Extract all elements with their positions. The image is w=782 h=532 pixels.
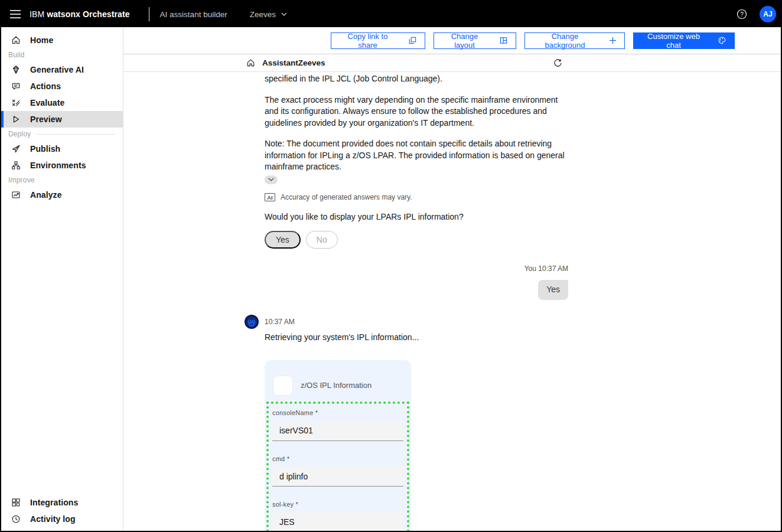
brand-prefix: IBM: [30, 9, 44, 19]
field-label: consoleName *: [272, 407, 403, 419]
main-content: Copy link to share Change layout Change …: [123, 27, 781, 531]
palette-icon: [718, 36, 726, 45]
top-header-bar: IBM watsonx Orchestrate AI assistant bui…: [1, 1, 781, 27]
quick-reply-yes-button[interactable]: Yes: [265, 231, 301, 249]
consolename-input[interactable]: [272, 421, 403, 441]
section-label: Improve: [8, 176, 35, 184]
section-divider: [37, 134, 115, 135]
user-message-bubble: Yes: [538, 280, 568, 300]
form-title: z/OS IPL Information: [301, 380, 372, 391]
home-icon: [11, 35, 21, 45]
assistant-name-label: Zeeves: [250, 10, 276, 19]
sidebar-item-actions[interactable]: Actions: [1, 78, 123, 94]
app-window: IBM watsonx Orchestrate AI assistant bui…: [1, 1, 781, 531]
chat-assistant-title: AssistantZeeves: [262, 58, 325, 67]
bot-timestamp: 10:37 AM: [265, 316, 568, 328]
preview-toolbar: Copy link to share Change layout Change …: [123, 27, 781, 54]
refresh-icon[interactable]: [553, 58, 562, 67]
product-brand: IBM watsonx Orchestrate: [30, 9, 130, 19]
analyze-chart-icon: [11, 190, 21, 200]
nav-builder-label: AI assistant builder: [160, 10, 227, 19]
sidebar-item-integrations[interactable]: Integrations: [1, 494, 123, 511]
left-sidebar: Home Build Generative AI Actions: [1, 27, 123, 531]
sidebar-item-label: Environments: [30, 161, 86, 170]
chat-body: specified in the IPL JCL (Job Control La…: [123, 72, 781, 531]
field-label: cmd *: [272, 453, 403, 465]
bot-message-note: Note: The document provided does not con…: [265, 138, 568, 173]
collapse-chevron-button[interactable]: [265, 175, 278, 184]
sidebar-item-label: Actions: [30, 81, 61, 91]
brand-product: watsonx Orchestrate: [47, 9, 129, 19]
button-label: Copy link to share: [339, 32, 396, 50]
section-label: Deploy: [8, 130, 31, 138]
sidebar-item-evaluate[interactable]: Evaluate: [1, 94, 123, 111]
user-avatar[interactable]: AJ: [760, 6, 776, 22]
sidebar-item-activity-log[interactable]: Activity log: [1, 511, 123, 527]
sidebar-item-publish[interactable]: Publish: [1, 141, 123, 157]
user-message-meta: You 10:37 AM: [265, 263, 568, 275]
bot-message-text: Retrieving your system's IPL information…: [265, 332, 568, 344]
sidebar-section-build: Build: [1, 48, 123, 61]
button-label: Change layout: [442, 32, 487, 50]
plus-icon: [609, 37, 617, 44]
layout-icon: [499, 36, 508, 45]
clock-icon: [11, 514, 21, 524]
ai-disclaimer-text: Accuracy of generated answers may vary.: [281, 192, 412, 204]
actions-chat-icon: [11, 81, 21, 91]
sidebar-item-label: Preview: [30, 115, 62, 124]
sidebar-item-generative-ai[interactable]: Generative AI: [1, 61, 123, 78]
sidebar-item-label: Home: [30, 35, 53, 45]
evaluate-icon: [11, 98, 21, 107]
form-highlight-zone: consoleName * cmd * sol-key *: [266, 402, 409, 531]
customize-web-chat-button[interactable]: Customize web chat: [633, 32, 735, 49]
preview-play-icon: [11, 115, 21, 124]
sidebar-item-environments[interactable]: Environments: [1, 157, 123, 174]
sidebar-section-deploy: Deploy: [1, 128, 123, 141]
cmd-input[interactable]: [272, 466, 403, 487]
quick-reply-no-button[interactable]: No: [306, 231, 338, 249]
change-layout-button[interactable]: Change layout: [434, 32, 516, 49]
form-field-cmd: cmd *: [272, 453, 403, 487]
copy-link-button[interactable]: Copy link to share: [331, 32, 425, 49]
form-field-sol-key: sol-key *: [272, 499, 403, 531]
field-label: sol-key *: [272, 499, 403, 511]
nav-ai-assistant-builder[interactable]: AI assistant builder: [160, 10, 227, 19]
bot-message-block: 10:37 AM Retrieving your system's IPL in…: [265, 316, 568, 344]
quick-replies: Yes No: [265, 231, 568, 249]
copy-icon: [408, 36, 417, 45]
sidebar-bottom-group: Integrations Activity log: [1, 494, 123, 531]
form-card-header: z/OS IPL Information: [265, 360, 411, 402]
form-field-consolename: consoleName *: [272, 407, 403, 441]
ai-disclaimer-row: AI Accuracy of generated answers may var…: [265, 192, 568, 204]
environments-icon: [11, 161, 21, 170]
user-message-block: You 10:37 AM Yes: [265, 263, 568, 300]
change-background-button[interactable]: Change background: [524, 32, 625, 49]
form-image-placeholder: [273, 376, 292, 395]
sidebar-item-home[interactable]: Home: [1, 32, 123, 48]
bot-message-partial: specified in the IPL JCL (Job Control La…: [265, 73, 568, 85]
button-label: Customize web chat: [641, 32, 706, 50]
avatar-initials: AJ: [763, 10, 772, 18]
bot-question: Would you like to display your LPARs IPL…: [265, 211, 568, 223]
sidebar-item-label: Analyze: [30, 190, 62, 200]
bot-message-paragraph: The exact process might vary depending o…: [265, 94, 568, 129]
ai-badge: AI: [265, 193, 275, 201]
header-divider: [149, 7, 149, 21]
sidebar-item-preview[interactable]: Preview: [1, 111, 123, 128]
ipl-form-card: z/OS IPL Information consoleName * cmd *: [265, 360, 411, 531]
assistant-switcher[interactable]: Zeeves: [250, 10, 287, 19]
sidebar-item-label: Activity log: [30, 514, 76, 524]
chat-home-icon[interactable]: [246, 58, 255, 67]
svg-text:?: ?: [740, 11, 744, 18]
sol-key-input[interactable]: [272, 513, 403, 531]
integrations-icon: [11, 498, 21, 507]
sidebar-item-label: Integrations: [30, 498, 78, 507]
bot-avatar: [245, 315, 259, 329]
button-label: Change background: [533, 32, 597, 50]
hamburger-menu-icon[interactable]: [1, 1, 30, 27]
help-icon[interactable]: ?: [732, 5, 751, 24]
sidebar-item-label: Evaluate: [30, 98, 64, 107]
sidebar-section-improve: Improve: [1, 174, 123, 187]
sidebar-item-label: Generative AI: [30, 65, 84, 74]
sidebar-item-analyze[interactable]: Analyze: [1, 187, 123, 203]
